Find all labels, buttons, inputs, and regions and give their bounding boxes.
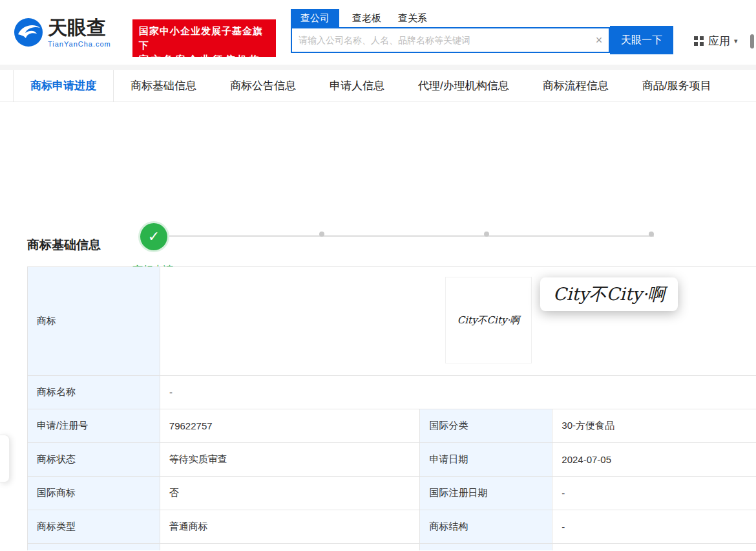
clear-icon[interactable]: ×: [589, 34, 609, 47]
search-box: ×: [291, 27, 610, 53]
row-label: 商标状态: [28, 443, 160, 477]
stepper-line: [153, 235, 654, 237]
step-dot-registered: [484, 232, 489, 237]
row-label: 商标: [28, 267, 160, 376]
search-tabs: 查公司 查老板 查关系: [291, 9, 444, 27]
search-input[interactable]: [292, 35, 589, 45]
chevron-down-icon: ▾: [734, 37, 738, 45]
trademark-image[interactable]: City不City·啊: [445, 277, 532, 363]
row-label: [28, 544, 160, 550]
tab-agency-info[interactable]: 代理/办理机构信息: [401, 70, 526, 102]
certification-badge: 国家中小企业发展子基金旗下 官方备案企业征信机构: [132, 19, 276, 57]
trademark-image-text: City不City·啊: [457, 314, 520, 327]
header: 天眼查 TianYanCha.com 国家中小企业发展子基金旗下 官方备案企业征…: [0, 0, 756, 65]
trademark-progress-stepper: ✓ 商标申请 2024-07-05 初审公告 已注册 终止: [0, 102, 756, 212]
badge-line1: 国家中小企业发展子基金旗下: [139, 24, 269, 52]
table-row: 商标 City不City·啊 City不City·啊: [28, 267, 756, 376]
logo-text: 天眼查 TianYanCha.com: [48, 17, 111, 48]
apps-menu[interactable]: 应用 ▾: [694, 34, 738, 49]
row-label: 国际商标: [28, 477, 160, 510]
row-label: 商标名称: [28, 376, 160, 409]
tab-goods-services[interactable]: 商品/服务项目: [625, 70, 728, 102]
row-value: -: [552, 477, 756, 510]
row-label: 国际注册日期: [420, 477, 552, 510]
step-dot-terminated: [649, 232, 654, 237]
row-value: [160, 544, 421, 550]
apps-grid-icon: [694, 36, 704, 46]
tab-trademark-flow[interactable]: 商标流程信息: [526, 70, 625, 102]
row-label: 商标结构: [420, 510, 552, 544]
table-row: 商标状态 等待实质审查 申请日期 2024-07-05: [28, 443, 756, 477]
row-value: 79622757: [160, 409, 421, 443]
tab-trademark-progress[interactable]: 商标申请进度: [13, 70, 114, 102]
step-dot-preliminary: [319, 232, 324, 237]
page: 天眼查 TianYanCha.com 国家中小企业发展子基金旗下 官方备案企业征…: [0, 0, 756, 551]
trademark-preview-text: City不City·啊: [553, 284, 665, 304]
table-row: 申请/注册号 79622757 国际分类 30-方便食品: [28, 409, 756, 443]
trademark-image-preview: City不City·啊: [540, 277, 678, 311]
search-tab-company[interactable]: 查公司: [291, 9, 339, 27]
tianyancha-logo-icon: [13, 17, 44, 48]
logo-title: 天眼查: [48, 17, 111, 39]
search-button[interactable]: 天眼一下: [610, 26, 673, 54]
row-label: 申请/注册号: [28, 409, 160, 443]
row-label: 申请日期: [420, 443, 552, 477]
tab-applicant-info[interactable]: 申请人信息: [313, 70, 401, 102]
search-tab-relation[interactable]: 查关系: [398, 9, 427, 27]
row-value: 否: [160, 477, 421, 510]
row-label: [420, 544, 552, 550]
detail-tabbar: 商标申请进度 商标基础信息 商标公告信息 申请人信息 代理/办理机构信息 商标流…: [0, 70, 756, 102]
table-row: 商标名称 -: [28, 376, 756, 409]
table-row: 国际商标 否 国际注册日期 -: [28, 477, 756, 510]
trademark-image-cell: City不City·啊 City不City·啊: [160, 267, 756, 376]
row-label: 国际分类: [420, 409, 552, 443]
row-value: [552, 544, 756, 550]
tab-trademark-basic-info[interactable]: 商标基础信息: [114, 70, 213, 102]
row-value: 普通商标: [160, 510, 421, 544]
row-value: 30-方便食品: [552, 409, 756, 443]
row-label: 商标类型: [28, 510, 160, 544]
row-value: 2024-07-05: [552, 443, 756, 477]
side-panel-handle[interactable]: [0, 435, 10, 482]
trademark-basic-info-table: 商标 City不City·啊 City不City·啊 商标名称 - 申请/注册号…: [27, 266, 756, 550]
header-edge-element: [750, 34, 754, 49]
logo-domain: TianYanCha.com: [48, 40, 111, 48]
step-done-check-icon: ✓: [140, 223, 167, 250]
table-row-partial: [28, 544, 756, 550]
tab-trademark-announcement[interactable]: 商标公告信息: [213, 70, 313, 102]
page-divider-strip: [0, 65, 756, 70]
apps-label: 应用: [708, 34, 730, 49]
logo[interactable]: 天眼查 TianYanCha.com: [13, 17, 111, 48]
row-value: -: [160, 376, 756, 409]
section-title: 商标基础信息: [27, 237, 101, 254]
row-value: -: [552, 510, 756, 544]
table-row: 商标类型 普通商标 商标结构 -: [28, 510, 756, 544]
row-value: 等待实质审查: [160, 443, 421, 477]
search-tab-boss[interactable]: 查老板: [352, 9, 381, 27]
